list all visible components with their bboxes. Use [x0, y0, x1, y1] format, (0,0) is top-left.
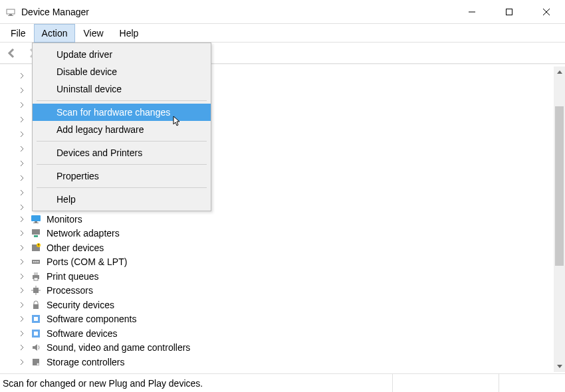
app-icon [5, 7, 16, 17]
chevron-right-icon[interactable] [19, 359, 25, 365]
maximize-button[interactable] [491, 0, 528, 24]
software-icon [31, 328, 41, 339]
tree-item[interactable]: Storage controllers [19, 355, 190, 369]
svg-rect-22 [33, 288, 39, 293]
svg-rect-4 [507, 9, 512, 15]
tree-item-label: Monitors [47, 214, 82, 225]
back-icon[interactable] [4, 45, 20, 61]
svg-rect-1 [9, 14, 12, 15]
scroll-thumb[interactable] [555, 106, 564, 266]
scroll-down-icon[interactable] [554, 361, 565, 372]
menu-uninstall-device[interactable]: Uninstall device [33, 80, 211, 98]
tree-item-label: Other devices [47, 243, 104, 253]
tree-item[interactable]: Sound, video and game controllers [19, 341, 190, 355]
menu-disable-device[interactable]: Disable device [33, 63, 211, 80]
chevron-right-icon[interactable] [19, 189, 25, 196]
close-button[interactable] [528, 0, 565, 24]
svg-point-16 [33, 261, 35, 262]
menu-help[interactable]: Help [112, 24, 147, 43]
chevron-right-icon[interactable] [19, 287, 25, 294]
tree-item-label: Storage controllers [47, 357, 125, 367]
tree-item-label: Sound, video and game controllers [47, 342, 190, 353]
software-icon [31, 314, 41, 324]
svg-rect-7 [31, 215, 41, 221]
menu-separator [37, 100, 207, 101]
tree-item[interactable]: Security devices [19, 298, 190, 312]
chevron-right-icon[interactable] [19, 72, 25, 79]
svg-rect-10 [32, 229, 40, 235]
svg-rect-2 [8, 15, 13, 16]
menu-update-driver[interactable]: Update driver [33, 46, 211, 63]
tree-item[interactable]: Ports (COM & LPT) [19, 255, 190, 270]
menu-action[interactable]: Action [34, 24, 76, 43]
window-title: Device Manager [21, 7, 453, 17]
tree-item-label: Security devices [47, 300, 114, 310]
printer-icon [31, 271, 41, 282]
vertical-scrollbar[interactable] [554, 66, 565, 372]
chevron-right-icon[interactable] [19, 302, 25, 308]
chevron-right-icon[interactable] [19, 258, 25, 265]
tree-item[interactable]: ? Other devices [19, 241, 190, 255]
tree-item[interactable]: Print queues [19, 269, 190, 284]
svg-rect-31 [34, 332, 38, 336]
chevron-right-icon[interactable] [19, 230, 25, 237]
menu-file[interactable]: File [3, 24, 34, 43]
sound-icon [31, 342, 41, 353]
chevron-right-icon[interactable] [19, 204, 25, 211]
tree-item[interactable]: Monitors [19, 212, 190, 227]
menu-help[interactable]: Help [33, 191, 211, 208]
svg-text:?: ? [38, 243, 40, 247]
tree-item[interactable]: Processors [19, 284, 190, 298]
scroll-up-icon[interactable] [554, 66, 565, 78]
chevron-right-icon[interactable] [19, 87, 25, 94]
cpu-icon [31, 285, 41, 296]
monitor-icon [31, 214, 41, 225]
menu-separator [37, 164, 207, 165]
chevron-right-icon[interactable] [19, 116, 25, 123]
tree-item-label: Software components [47, 314, 136, 324]
menu-scan-hardware-changes[interactable]: Scan for hardware changes [33, 104, 211, 121]
tree-item-label: Processors [47, 285, 93, 296]
other-devices-icon: ? [31, 243, 41, 253]
menu-separator [37, 141, 207, 142]
svg-rect-20 [34, 272, 38, 275]
minimize-button[interactable] [453, 0, 491, 24]
svg-point-17 [35, 261, 37, 262]
tree-item-label: Network adapters [47, 228, 120, 239]
status-cell [392, 374, 499, 392]
cursor-icon [173, 116, 183, 126]
storage-icon [31, 357, 41, 367]
svg-rect-21 [34, 278, 38, 280]
tree-item[interactable]: Software devices [19, 326, 190, 341]
chevron-right-icon[interactable] [19, 131, 25, 138]
tree-item[interactable]: Network adapters [19, 227, 190, 241]
tree-item[interactable]: Software components [19, 312, 190, 327]
chevron-right-icon[interactable] [19, 344, 25, 351]
chevron-right-icon[interactable] [19, 160, 25, 167]
chevron-right-icon[interactable] [19, 330, 25, 337]
chevron-right-icon[interactable] [19, 216, 25, 223]
menu-devices-and-printers[interactable]: Devices and Printers [33, 144, 211, 161]
statusbar: Scan for changed or new Plug and Play de… [0, 373, 565, 392]
chevron-right-icon[interactable] [19, 316, 25, 322]
svg-point-18 [37, 261, 39, 262]
security-icon [31, 300, 41, 310]
chevron-right-icon[interactable] [19, 273, 25, 280]
chevron-right-icon[interactable] [19, 175, 25, 181]
menu-add-legacy-hardware[interactable]: Add legacy hardware [33, 121, 211, 138]
menu-separator [37, 187, 207, 188]
menu-properties[interactable]: Properties [33, 167, 211, 185]
svg-rect-8 [35, 221, 37, 223]
ports-icon [31, 256, 41, 267]
tree-item-label: Software devices [47, 328, 118, 339]
svg-rect-9 [33, 223, 39, 223]
chevron-right-icon[interactable] [19, 146, 25, 152]
status-cell [499, 374, 565, 392]
chevron-right-icon[interactable] [19, 245, 25, 251]
status-text: Scan for changed or new Plug and Play de… [3, 378, 203, 389]
tree-item-label: Ports (COM & LPT) [47, 256, 127, 267]
svg-point-33 [37, 363, 39, 365]
action-menu-dropdown: Update driver Disable device Uninstall d… [32, 43, 211, 211]
menu-view[interactable]: View [75, 24, 111, 43]
chevron-right-icon[interactable] [19, 102, 25, 108]
